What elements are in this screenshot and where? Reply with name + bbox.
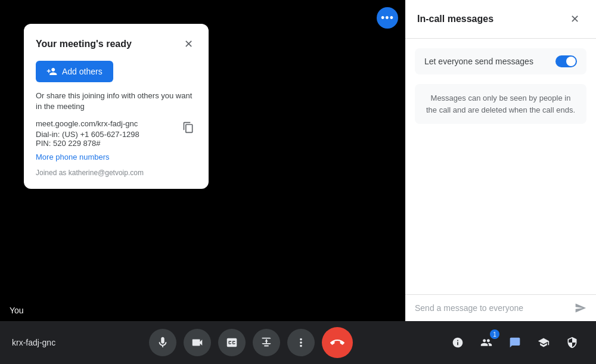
end-call-icon	[330, 335, 344, 350]
three-dots-icon: •••	[381, 13, 394, 23]
controls-center	[149, 327, 353, 358]
pin-label: PIN:	[36, 139, 51, 148]
end-call-button[interactable]	[322, 327, 353, 358]
camera-icon	[191, 336, 204, 349]
message-input-area	[405, 294, 596, 321]
copy-button[interactable]	[180, 119, 197, 136]
meeting-details: meet.google.com/krx-fadj-gnc Dial-in: (U…	[36, 119, 180, 148]
more-button[interactable]	[287, 329, 315, 356]
close-card-button[interactable]: ✕	[180, 36, 197, 52]
more-vert-icon	[294, 336, 308, 349]
card-title: Your meeting's ready	[36, 39, 132, 49]
in-call-messages-panel: In-call messages ✕ Let everyone send mes…	[405, 0, 596, 321]
info-button[interactable]	[446, 331, 470, 354]
you-label: You	[10, 306, 24, 315]
send-icon	[575, 302, 586, 314]
security-icon	[566, 337, 578, 349]
captions-button[interactable]	[218, 329, 246, 356]
chat-icon	[509, 337, 521, 349]
add-others-button[interactable]: Add others	[36, 61, 113, 82]
dial-in-value: (US) +1 605-627-1298	[62, 130, 139, 139]
joined-as-text: Joined as katherine@getvoip.com	[36, 169, 197, 177]
more-phone-numbers-link[interactable]: More phone numbers	[36, 153, 197, 161]
pin-value: 520 229 878#	[53, 139, 101, 148]
sidebar-body: Let everyone send messages Messages can …	[405, 39, 596, 294]
people-badge: 1	[490, 329, 499, 339]
mic-button[interactable]	[149, 329, 176, 356]
let-everyone-send-toggle[interactable]	[555, 55, 577, 67]
toggle-label: Let everyone send messages	[424, 57, 533, 66]
copy-icon	[182, 122, 194, 133]
activities-button[interactable]	[532, 331, 555, 354]
info-text: Messages can only be seen by people in t…	[424, 92, 577, 116]
card-header: Your meeting's ready ✕	[36, 36, 197, 52]
mic-icon	[156, 336, 169, 349]
activities-icon	[538, 337, 550, 349]
send-message-button[interactable]	[575, 302, 586, 314]
message-input[interactable]	[415, 303, 570, 313]
info-icon	[452, 337, 464, 349]
more-options-button[interactable]: •••	[377, 7, 398, 29]
meeting-info-row: meet.google.com/krx-fadj-gnc Dial-in: (U…	[36, 119, 197, 148]
meeting-id-text: krx-fadj-gnc	[12, 338, 55, 347]
present-button[interactable]	[253, 329, 280, 356]
bottom-bar: krx-fadj-gnc	[0, 321, 596, 364]
meeting-ready-card: Your meeting's ready ✕ Add others Or sha…	[24, 24, 209, 189]
captions-icon	[225, 336, 238, 349]
camera-button[interactable]	[184, 329, 211, 356]
add-others-label: Add others	[62, 67, 103, 76]
people-icon	[480, 337, 492, 349]
share-text: Or share this joining info with others y…	[36, 91, 197, 112]
present-icon	[260, 336, 273, 349]
people-button-wrapper: 1	[474, 331, 498, 354]
sidebar-title: In-call messages	[417, 14, 493, 24]
controls-right: 1	[446, 331, 584, 354]
person-add-icon	[46, 66, 57, 77]
security-button[interactable]	[560, 331, 584, 354]
sidebar-header: In-call messages ✕	[405, 0, 596, 39]
info-box: Messages can only be seen by people in t…	[415, 84, 586, 124]
dial-in-label: Dial-in:	[36, 130, 60, 139]
pin-info: PIN: 520 229 878#	[36, 139, 180, 148]
close-sidebar-button[interactable]: ✕	[565, 10, 584, 29]
meeting-link: meet.google.com/krx-fadj-gnc	[36, 119, 180, 128]
chat-button[interactable]	[503, 331, 527, 354]
dial-in-info: Dial-in: (US) +1 605-627-1298	[36, 130, 180, 139]
toggle-row: Let everyone send messages	[415, 48, 586, 74]
